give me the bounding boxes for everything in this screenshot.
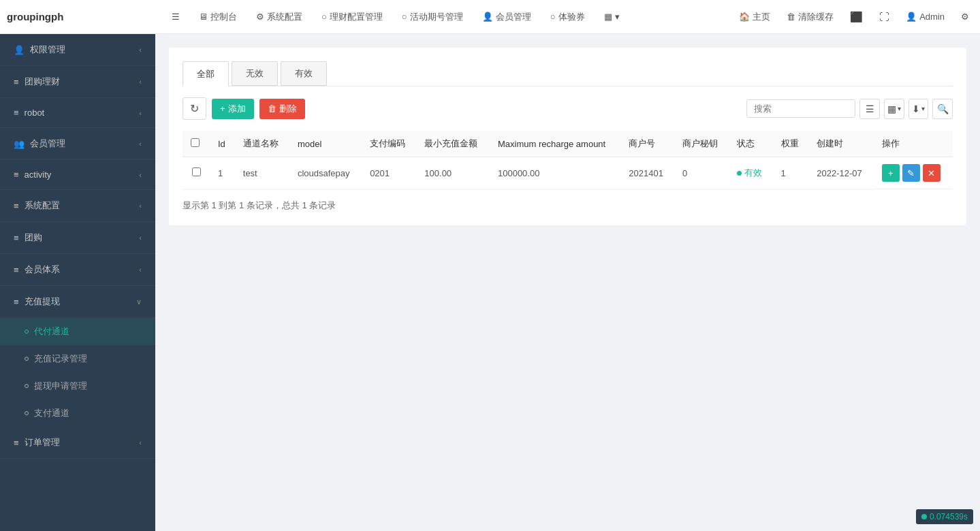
gear-icon: ⚙	[256, 12, 264, 22]
sidebar-label-group-buy: 团购	[25, 231, 42, 244]
chevron-down-icon: ▾	[615, 12, 620, 22]
trash-delete-icon: 🗑	[268, 103, 276, 114]
sub-label-recharge-records: 充值记录管理	[34, 353, 87, 365]
list-icon-3: ≡	[14, 170, 19, 180]
nav-activity-period[interactable]: ○ 活动期号管理	[392, 0, 473, 34]
top-nav-menu: ☰ 🖥 控制台 ⚙ 系统配置 ○ 理财配置管理 ○ 活动期号管理 👤 会员管理 …	[162, 0, 735, 34]
sidebar-item-activity[interactable]: ≡ activity ‹	[0, 160, 155, 190]
row-pay-code: 0201	[362, 157, 416, 190]
top-nav-right: 🏠 主页 🗑 清除缓存 ⬛ ⛶ 👤 Admin ⚙	[735, 11, 973, 23]
add-button[interactable]: + 添加	[212, 99, 254, 119]
grid-view-button[interactable]: ▦ ▾	[884, 99, 904, 119]
export-button[interactable]: ⬇ ▾	[908, 99, 928, 119]
search-button[interactable]: 🔍	[932, 99, 953, 119]
list-icon-2: ≡	[14, 108, 19, 118]
sidebar-item-orders[interactable]: ≡ 订单管理 ‹	[0, 427, 155, 459]
sidebar-label-sys-config: 系统配置	[25, 199, 60, 212]
user-icon: 👤	[482, 12, 493, 22]
row-created-time: 2022-12-07	[808, 157, 874, 190]
export-icon: ⬇	[912, 103, 920, 114]
header-row: Id 通道名称 model 支付编码 最小充值金额 Maximum rechar…	[183, 131, 953, 157]
sidebar-item-members[interactable]: 👥 会员管理 ‹	[0, 128, 155, 160]
add-detail-button[interactable]: +	[882, 164, 900, 182]
content-card: 全部 无效 有效 ↻ + 添加 🗑 删除	[169, 48, 966, 225]
chevron-right-icon-2: ‹	[139, 78, 142, 86]
sidebar-sub-item-recharge-records[interactable]: 充值记录管理	[0, 345, 155, 372]
status-dot	[737, 171, 742, 176]
dot-icon-2	[25, 357, 29, 361]
dot-icon-3	[25, 384, 29, 388]
nav-hamburger[interactable]: ☰	[162, 0, 189, 34]
home-icon: 🏠	[739, 12, 750, 22]
header-created-time: 创建时	[808, 131, 874, 157]
nav-control-panel[interactable]: 🖥 控制台	[189, 0, 247, 34]
nav-admin[interactable]: 👤 Admin	[902, 12, 949, 22]
sidebar-item-group-finance[interactable]: ≡ 团购理财 ‹	[0, 66, 155, 98]
nav-more[interactable]: ▦ ▾	[595, 0, 629, 34]
chevron-right-icon-3: ‹	[139, 109, 142, 117]
sidebar-sub-item-proxy-channel[interactable]: 代付通道	[0, 318, 155, 345]
sidebar-item-permissions[interactable]: 👤 权限管理 ‹	[0, 34, 155, 66]
sidebar-item-sys-config[interactable]: ≡ 系统配置 ‹	[0, 190, 155, 222]
header-channel-name: 通道名称	[235, 131, 289, 157]
chevron-right-icon-4: ‹	[139, 140, 142, 148]
magnifier-icon: 🔍	[937, 103, 949, 114]
row-delete-button[interactable]: ✕	[923, 164, 941, 182]
row-weight: 1	[773, 157, 809, 190]
row-model: cloudsafepay	[289, 157, 362, 190]
users-icon: 👥	[14, 139, 25, 149]
chevron-right-icon-6: ‹	[139, 202, 142, 210]
nav-fullscreen[interactable]: ⛶	[875, 11, 894, 22]
select-all-checkbox[interactable]	[191, 138, 200, 147]
sidebar-item-group-buy[interactable]: ≡ 团购 ‹	[0, 222, 155, 254]
sidebar-item-robot[interactable]: ≡ robot ‹	[0, 98, 155, 128]
sidebar-label-member-system: 会员体系	[25, 263, 60, 276]
nav-finance-config[interactable]: ○ 理财配置管理	[312, 0, 392, 34]
sub-label-proxy-channel: 代付通道	[34, 325, 69, 338]
header-merchant-key: 商户秘钥	[674, 131, 729, 157]
sidebar-item-member-system[interactable]: ≡ 会员体系 ‹	[0, 254, 155, 286]
sidebar-label-activity: activity	[25, 170, 52, 180]
nav-system-config[interactable]: ⚙ 系统配置	[247, 0, 312, 34]
table-row: 1 test cloudsafepay 0201 100.00 100000.0…	[183, 157, 953, 190]
search-input[interactable]	[746, 99, 855, 118]
row-checkbox[interactable]	[192, 167, 201, 176]
dot-icon-1	[25, 329, 29, 334]
toolbar-left: ↻ + 添加 🗑 删除	[183, 97, 305, 120]
tab-invalid[interactable]: 无效	[232, 61, 278, 86]
list-icon-5: ≡	[14, 233, 19, 243]
row-channel-name: test	[235, 157, 289, 190]
main-layout: 👤 权限管理 ‹ ≡ 团购理财 ‹ ≡ robot ‹ 👥 会员管理 ‹	[0, 34, 980, 531]
circle-icon-2: ○	[402, 12, 407, 22]
nav-settings[interactable]: ⚙	[957, 12, 973, 22]
admin-avatar: 👤	[906, 12, 917, 22]
pagination-text: 显示第 1 到第 1 条记录，总共 1 条记录	[183, 200, 336, 210]
delete-button[interactable]: 🗑 删除	[259, 99, 305, 119]
refresh-button[interactable]: ↻	[183, 97, 206, 120]
row-merchant-no: 2021401	[620, 157, 674, 190]
edit-button[interactable]: ✎	[902, 164, 920, 182]
performance-value: 0.074539s	[930, 512, 968, 521]
add-label: 添加	[228, 103, 246, 115]
nav-home[interactable]: 🏠 主页	[735, 11, 774, 23]
nav-member-management[interactable]: 👤 会员管理	[473, 0, 541, 34]
badge-dot	[921, 514, 927, 519]
sidebar-sub-item-withdraw-mgmt[interactable]: 提现申请管理	[0, 372, 155, 400]
nav-download[interactable]: ⬛	[846, 11, 867, 23]
header-min-amount: 最小充值金额	[416, 131, 490, 157]
header-model: model	[289, 131, 362, 157]
nav-experience-coupon[interactable]: ○ 体验券	[541, 0, 595, 34]
sidebar-sub-item-pay-channel[interactable]: 支付通道	[0, 400, 155, 427]
nav-clear-cache[interactable]: 🗑 清除缓存	[783, 11, 838, 23]
circle-icon-3: ○	[550, 12, 556, 22]
row-min-amount: 100.00	[416, 157, 490, 190]
plus-icon: +	[220, 103, 225, 114]
row-merchant-key: 0	[674, 157, 729, 190]
table-view-button[interactable]: ☰	[859, 99, 880, 119]
circle-icon-1: ○	[321, 12, 327, 22]
tab-all[interactable]: 全部	[183, 61, 229, 86]
main-content: 全部 无效 有效 ↻ + 添加 🗑 删除	[155, 34, 980, 531]
tab-valid[interactable]: 有效	[281, 61, 327, 86]
list-icon-6: ≡	[14, 265, 19, 275]
sidebar-item-recharge[interactable]: ≡ 充值提现 ∨	[0, 286, 155, 318]
